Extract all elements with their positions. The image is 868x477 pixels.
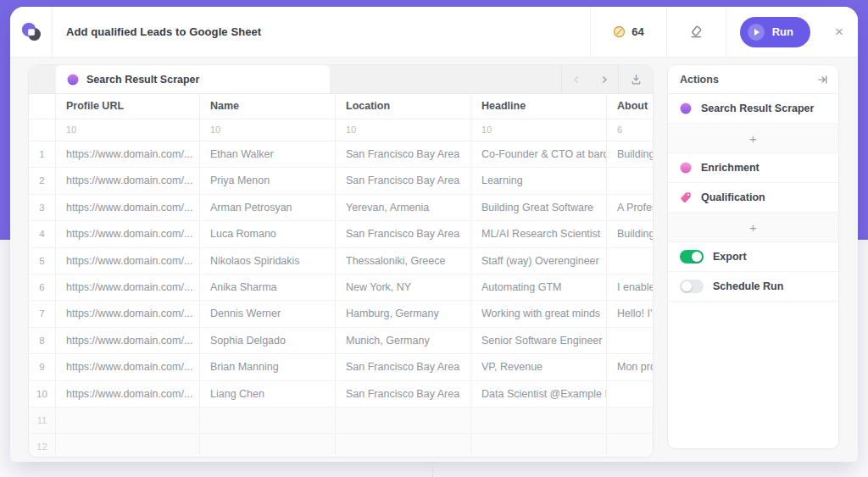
cell-name[interactable]: Nikolaos Spiridakis [200, 248, 336, 274]
cell-name[interactable] [200, 434, 336, 458]
cell-headline[interactable]: Working with great minds [471, 301, 607, 326]
cell-profile_url[interactable]: https://www.domain.com/... [56, 381, 200, 407]
cell-headline[interactable]: Co-Founder & CTO at bard ... [471, 141, 607, 167]
cell-name[interactable]: Priya Menon [200, 168, 336, 193]
add-action-button[interactable]: + [668, 213, 838, 242]
cell-name[interactable]: Brian Manning [200, 354, 336, 380]
row-number[interactable]: 6 [29, 275, 56, 300]
cell-headline[interactable]: Staff (way) Overengineer [471, 248, 607, 274]
cell-name[interactable]: Ethan Walker [200, 141, 336, 167]
cell-headline[interactable]: Data Scientist @Example Inc [471, 381, 607, 407]
cell-about[interactable] [607, 328, 654, 353]
cell-headline[interactable]: Building Great Software [471, 195, 607, 220]
cell-profile_url[interactable]: https://www.domain.com/... [56, 354, 200, 380]
cell-profile_url[interactable]: https://www.domain.com/... [56, 248, 200, 274]
cell-about[interactable]: Building c... [607, 141, 654, 167]
row-number[interactable]: 10 [29, 381, 56, 407]
cell-name[interactable]: Dennis Werner [200, 301, 336, 326]
cell-location[interactable]: San Francisco Bay Area [336, 381, 471, 407]
cell-location[interactable]: Thessaloniki, Greece [336, 248, 471, 274]
cell-name[interactable]: Luca Romano [200, 221, 336, 247]
run-button[interactable]: Run [740, 17, 810, 47]
cell-headline[interactable] [471, 434, 607, 458]
cell-headline[interactable] [471, 408, 607, 433]
cell-location[interactable]: San Francisco Bay Area [336, 354, 471, 380]
close-button[interactable]: × [821, 7, 858, 57]
corner-cell [29, 94, 56, 119]
action-item-enrichment[interactable]: Enrichment [668, 153, 838, 183]
column-header-headline[interactable]: Headline [471, 94, 607, 119]
row-number[interactable]: 9 [29, 354, 56, 380]
clear-results-button[interactable] [667, 7, 726, 57]
cell-about[interactable] [607, 168, 654, 193]
cell-profile_url[interactable]: https://www.domain.com/... [56, 168, 200, 193]
action-item-export[interactable]: Export [668, 242, 838, 272]
row-number[interactable]: 7 [29, 301, 56, 326]
cell-headline[interactable]: ML/AI Research Scientist [471, 221, 607, 247]
cell-name[interactable] [200, 408, 336, 433]
column-header-name[interactable]: Name [200, 94, 336, 119]
row-number[interactable]: 12 [29, 434, 56, 458]
cell-location[interactable]: San Francisco Bay Area [336, 141, 471, 167]
download-button[interactable] [619, 65, 653, 94]
row-number[interactable]: 4 [29, 221, 56, 247]
row-number[interactable]: 3 [29, 195, 56, 220]
add-action-button[interactable]: + [668, 124, 838, 153]
cell-about[interactable]: Mon profil... [607, 354, 654, 380]
prev-page-button[interactable] [562, 65, 590, 94]
cell-profile_url[interactable]: https://www.domain.com/... [56, 328, 200, 353]
schedule-run-toggle[interactable] [680, 280, 704, 293]
cell-profile_url[interactable]: https://www.domain.com/... [56, 141, 200, 167]
cell-headline[interactable]: Learning [471, 168, 607, 193]
action-item-schedule-run[interactable]: Schedule Run [668, 272, 838, 302]
cell-headline[interactable]: Automating GTM [471, 275, 607, 300]
cell-profile_url[interactable] [56, 434, 200, 458]
action-item-qualification[interactable]: Qualification [668, 183, 838, 213]
column-header-location[interactable]: Location [336, 94, 471, 119]
cell-profile_url[interactable]: https://www.domain.com/... [56, 221, 200, 247]
table-row: 9https://www.domain.com/...Brian Manning… [29, 354, 653, 380]
cell-profile_url[interactable]: https://www.domain.com/... [56, 195, 200, 220]
column-header-profile-url[interactable]: Profile URL [56, 94, 200, 119]
cell-location[interactable]: New York, NY [336, 275, 471, 300]
credit-coin-icon [613, 25, 626, 38]
cell-about[interactable] [607, 434, 654, 458]
cell-name[interactable]: Liang Chen [200, 381, 336, 407]
cell-headline[interactable]: VP, Revenue [471, 354, 607, 380]
cell-name[interactable]: Sophia Delgado [200, 328, 336, 353]
next-page-button[interactable] [590, 65, 618, 94]
cell-location[interactable]: Hamburg, Germany [336, 301, 471, 326]
export-toggle[interactable] [680, 250, 704, 263]
cell-location[interactable]: San Francisco Bay Area [336, 168, 471, 193]
row-number[interactable]: 8 [29, 328, 56, 353]
cell-name[interactable]: Arman Petrosyan [200, 195, 336, 220]
tab-search-result-scraper[interactable]: Search Result Scraper [56, 65, 330, 93]
cell-about[interactable] [607, 248, 654, 274]
cell-about[interactable] [607, 408, 654, 433]
column-header-about[interactable]: About [607, 94, 654, 119]
row-number[interactable]: 2 [29, 168, 56, 193]
cell-location[interactable] [336, 408, 471, 433]
row-number[interactable]: 11 [29, 408, 56, 433]
cell-location[interactable]: Munich, Germany [336, 328, 471, 353]
cell-location[interactable]: San Francisco Bay Area [336, 221, 471, 247]
app-logo[interactable] [10, 7, 53, 58]
cell-about[interactable]: I enable in... [607, 275, 654, 300]
collapse-panel-icon[interactable] [816, 74, 828, 86]
cell-headline[interactable]: Senior Software Engineer [471, 328, 607, 353]
table-row: 12 [29, 434, 653, 458]
cell-location[interactable]: Yerevan, Armenia [336, 195, 471, 220]
action-item-search-result-scraper[interactable]: Search Result Scraper [668, 94, 838, 124]
cell-profile_url[interactable]: https://www.domain.com/... [56, 275, 200, 300]
cell-about[interactable]: Building c... [607, 221, 654, 247]
cell-about[interactable]: Hello! I'm ... [607, 301, 654, 326]
row-number[interactable]: 5 [29, 248, 56, 274]
cell-profile_url[interactable]: https://www.domain.com/... [56, 301, 200, 326]
cell-profile_url[interactable] [56, 408, 200, 433]
row-number[interactable]: 1 [29, 141, 56, 167]
cell-about[interactable] [607, 381, 654, 407]
cell-location[interactable] [336, 434, 471, 458]
tab-label: Search Result Scraper [86, 74, 199, 86]
cell-about[interactable]: A Professio... [607, 195, 654, 220]
cell-name[interactable]: Anika Sharma [200, 275, 336, 300]
